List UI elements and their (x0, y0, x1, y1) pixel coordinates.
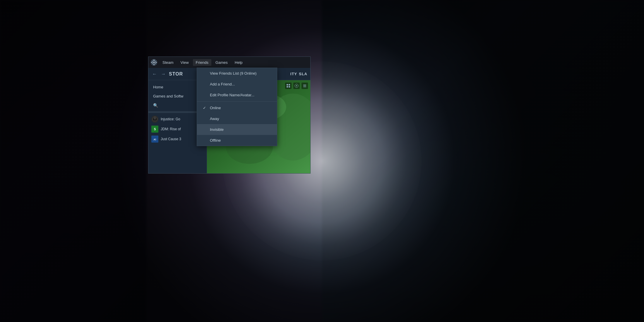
menu-item-help[interactable]: Help (232, 59, 246, 66)
dropdown-label-online: Online (210, 106, 221, 110)
game-name-justcause3: Just Cause 3 (161, 137, 181, 141)
menu-bar: Steam View Friends Games Help (148, 57, 310, 68)
dropdown-label-edit-profile: Edit Profile Name/Avatar... (210, 93, 254, 97)
svg-rect-19 (287, 84, 288, 85)
menu-item-games[interactable]: Games (213, 59, 231, 66)
check-placeholder-invisible (203, 127, 208, 132)
svg-point-9 (154, 117, 156, 119)
steam-logo-icon (151, 59, 157, 66)
check-placeholder-3 (203, 93, 208, 97)
search-icon: 🔍 (153, 103, 158, 108)
check-placeholder-offline (203, 138, 208, 143)
check-placeholder-away (203, 117, 208, 121)
nav-label-ity: ITY (290, 72, 297, 76)
dropdown-label-view-friends: View Friends List (9 Online) (210, 71, 256, 76)
svg-rect-25 (303, 85, 306, 85)
dropdown-label-away: Away (210, 117, 219, 121)
game-icon-justcause3: JC (151, 136, 158, 143)
dropdown-item-view-friends[interactable]: View Friends List (9 Online) (197, 68, 277, 79)
check-icon-online: ✓ (203, 106, 208, 110)
svg-point-2 (153, 62, 155, 63)
svg-rect-21 (287, 86, 288, 88)
bg-right-dark (322, 0, 644, 322)
list-icon[interactable] (302, 83, 308, 89)
dropdown-item-away[interactable]: Away (197, 113, 277, 124)
nav-label-sla: SLA (299, 72, 307, 76)
svg-text:JC: JC (153, 138, 156, 141)
menu-item-friends[interactable]: Friends (193, 59, 211, 66)
svg-rect-27 (303, 87, 306, 87)
dropdown-item-online[interactable]: ✓ Online (197, 102, 277, 113)
friends-dropdown-menu: View Friends List (9 Online) Add a Frien… (197, 68, 277, 146)
banner-icons (285, 83, 308, 89)
play-icon[interactable] (293, 83, 300, 89)
dropdown-item-edit-profile[interactable]: Edit Profile Name/Avatar... (197, 90, 277, 100)
dropdown-item-offline[interactable]: Offline (197, 135, 277, 146)
check-placeholder-2 (203, 82, 208, 86)
svg-rect-22 (289, 86, 290, 88)
dropdown-label-offline: Offline (210, 138, 221, 143)
dropdown-item-invisible[interactable]: Invisible (197, 124, 277, 135)
game-name-injustice: Injustice: Go (161, 117, 180, 121)
game-name-jdm: JDM: Rise of (161, 127, 181, 131)
bg-left-dark (0, 0, 146, 322)
game-icon-injustice (151, 116, 158, 123)
svg-rect-26 (303, 86, 306, 86)
dropdown-item-add-friend[interactable]: Add a Friend... (197, 79, 277, 90)
dropdown-label-invisible: Invisible (210, 127, 224, 132)
forward-button[interactable]: → (160, 71, 167, 77)
svg-text:S: S (154, 128, 156, 131)
game-icon-jdm: S (151, 126, 158, 133)
grid-icon[interactable] (285, 83, 292, 89)
dropdown-label-add-friend: Add a Friend... (210, 82, 235, 86)
nav-right: ITY SLA (290, 72, 307, 76)
check-placeholder-1 (203, 71, 208, 76)
svg-marker-24 (296, 85, 298, 87)
back-button[interactable]: ← (151, 71, 158, 77)
menu-item-view[interactable]: View (178, 59, 192, 66)
dropdown-divider (197, 101, 277, 102)
menu-item-steam[interactable]: Steam (160, 59, 177, 66)
store-label: STOR (169, 71, 183, 77)
svg-rect-20 (289, 84, 290, 85)
svg-point-10 (153, 120, 156, 121)
